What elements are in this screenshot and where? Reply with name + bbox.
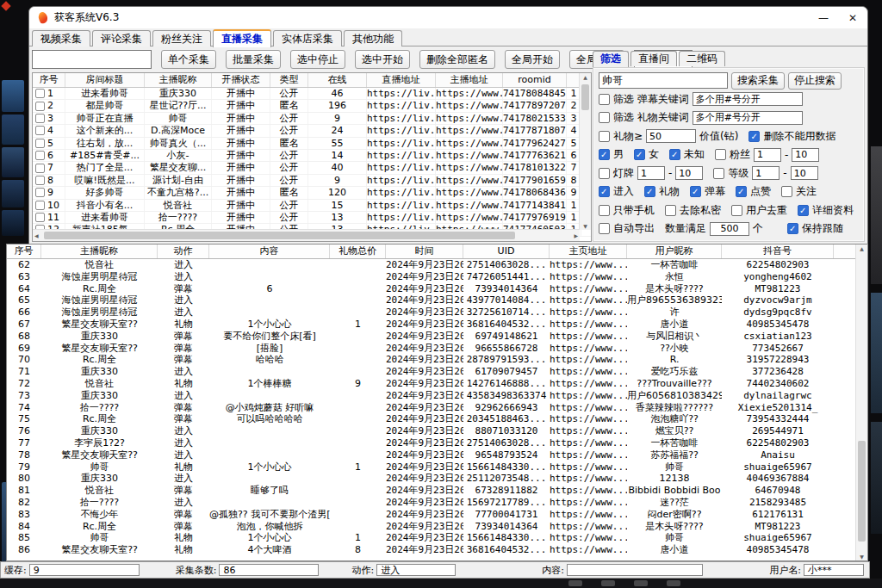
table-row[interactable]: 62悦音社进入2024年9月23日20...27514063028...http… <box>7 259 856 271</box>
table-row[interactable]: 82拾一????进入2024年9月23日20...15697217789...h… <box>7 497 856 509</box>
scroll-down-icon[interactable]: ▼ <box>856 554 867 560</box>
collect-url-input[interactable] <box>32 50 152 69</box>
search-keyword-input[interactable] <box>599 72 728 89</box>
table-row[interactable]: 85帅哥礼物1个小心心12024年9月23日20...15661484330..… <box>7 532 856 544</box>
tab-video-collect[interactable]: 视频采集 <box>32 30 90 46</box>
table-row[interactable]: 10抖音小有名...悦音社开播中公开15https://liv...https:… <box>33 200 591 212</box>
table-row[interactable]: 68重庆330弹幕要不给你们整个床[看]2024年9月23日20...69749… <box>7 331 856 343</box>
table-row[interactable]: 76重庆330进入2024年9月23日20...88071033120https… <box>7 425 856 437</box>
table-row[interactable]: 7热门了全是...繁星交友聊...开播中公开40https://liv...ht… <box>33 162 591 174</box>
table-row[interactable]: 64Rc.周全弹幕62024年9月23日20...73934014364http… <box>7 283 856 295</box>
stop-search-button[interactable]: 停止搜索 <box>788 72 842 90</box>
table-row[interactable]: 9好多帅哥不童九宫格?...开播中匿名120https://liv...http… <box>33 187 591 199</box>
table-row[interactable]: 81悦音社弹幕睡够了吗2024年9月23日20...67328911882htt… <box>7 485 856 497</box>
row-checkbox[interactable] <box>35 126 45 135</box>
table-row[interactable]: 75Rc.周全弹幕可以吗哈哈哈哈2024年9月23日20...203451884… <box>7 413 856 425</box>
quantity-input[interactable] <box>710 222 749 236</box>
tab-fans-follow[interactable]: 粉丝关注 <box>152 30 211 46</box>
row-checkbox[interactable] <box>35 139 45 148</box>
table-row[interactable]: 83不悔少年弹幕@孤独?? 我可不要那个渣男[...2024年9月23日20..… <box>7 509 856 521</box>
remove-private-checkbox[interactable] <box>665 205 676 216</box>
auto-export-checkbox[interactable] <box>599 223 610 234</box>
table-row[interactable]: 71重庆330进入2024年9月23日20...61709079457https… <box>7 366 856 378</box>
single-collect-button[interactable]: 单个采集 <box>161 50 216 69</box>
table-row[interactable]: 8哎嘛!既然是...源计划-自由开播中公开9https://liv...http… <box>33 175 591 187</box>
event-table-vertical-scrollbar[interactable]: ▲ ▼ <box>855 244 867 560</box>
gift-min-input[interactable] <box>646 129 696 143</box>
minimize-button[interactable]: — <box>809 12 838 24</box>
table-row[interactable]: 77李宇辰1?2?进入2024年9月23日20...27514063028...… <box>7 437 856 449</box>
row-checkbox[interactable] <box>35 89 45 98</box>
level-from-input[interactable] <box>752 166 780 180</box>
taskbar-app-icon[interactable] <box>601 580 615 586</box>
tab-other-functions[interactable]: 其他功能 <box>344 30 402 46</box>
live-table-horizontal-scrollbar[interactable]: ◀ ▶ <box>33 229 580 241</box>
danmu-keyword-input[interactable] <box>693 92 803 106</box>
table-row[interactable]: 66海蚀崖男明星待冠进入2024年9月23日20...32725610714..… <box>7 306 856 319</box>
fans-to-input[interactable] <box>792 148 819 162</box>
row-checkbox[interactable] <box>35 164 45 173</box>
level-to-input[interactable] <box>791 166 818 180</box>
remove-unusable-checkbox[interactable] <box>748 131 760 142</box>
gender-male-checkbox[interactable] <box>599 149 610 160</box>
selected-start-button[interactable]: 选中开始 <box>355 50 410 69</box>
taskbar-app-icon[interactable] <box>634 580 648 586</box>
action-follow-checkbox[interactable] <box>781 186 792 197</box>
table-row[interactable]: 63海蚀崖男明星待冠进入2024年9月23日20...74726051441..… <box>7 271 856 283</box>
table-row[interactable]: 65海蚀崖男明星待冠进入2024年9月23日20...43977014084..… <box>7 294 856 306</box>
filter-tab-live-room[interactable]: 直播间 <box>630 51 677 66</box>
row-checkbox[interactable] <box>35 102 45 111</box>
table-row[interactable]: 2都是帅哥星世记??厅...开播中匿名196https://liv...http… <box>33 100 591 112</box>
search-collect-button[interactable]: 搜索采集 <box>731 72 785 90</box>
table-row[interactable]: 84Rc.周全弹幕泡泡，你喊他拆2024年9月23日20...739340143… <box>7 521 856 533</box>
keep-follow-checkbox[interactable] <box>787 223 798 234</box>
filter-tab-qrcode[interactable]: 二维码 <box>679 51 725 66</box>
row-checkbox[interactable] <box>35 176 45 185</box>
phone-only-checkbox[interactable] <box>599 205 610 216</box>
live-table-vertical-scrollbar[interactable]: ▲ ▼ <box>579 73 591 230</box>
gender-unknown-checkbox[interactable] <box>669 149 680 160</box>
gift-keyword-input[interactable] <box>693 111 803 125</box>
selected-stop-button[interactable]: 选中停止 <box>290 50 345 69</box>
taskbar-app-icon[interactable] <box>568 580 582 586</box>
row-checkbox[interactable] <box>35 213 45 222</box>
action-enter-checkbox[interactable] <box>599 186 610 197</box>
row-checkbox[interactable] <box>35 114 45 123</box>
scroll-right-icon[interactable]: ▶ <box>574 230 578 241</box>
scroll-up-icon[interactable]: ▲ <box>580 74 591 80</box>
batch-collect-button[interactable]: 批量采集 <box>226 50 281 69</box>
tab-live-collect[interactable]: 直播采集 <box>213 29 271 47</box>
gift-keyword-checkbox[interactable] <box>599 112 610 123</box>
gender-female-checkbox[interactable] <box>634 149 645 160</box>
table-row[interactable]: 4这个新来的...D.高深Moce开播中公开24https://liv...ht… <box>33 125 591 137</box>
scrollbar-thumb[interactable] <box>858 441 866 542</box>
gift-min-checkbox[interactable] <box>599 131 610 142</box>
action-like-checkbox[interactable] <box>736 186 747 197</box>
table-row[interactable]: 74拾一????弹幕@小鸡炖蘑菇 好听嘛2024年9月23日20...92962… <box>7 402 856 414</box>
scroll-left-icon[interactable]: ◀ <box>34 230 39 241</box>
danmu-keyword-checkbox[interactable] <box>599 94 610 105</box>
badge-from-input[interactable] <box>637 166 665 180</box>
table-row[interactable]: 3帅哥正在直播帅哥开播中公开9https://liv...https://www… <box>33 113 591 125</box>
tab-store-collect[interactable]: 实体店采集 <box>273 30 342 46</box>
table-row[interactable]: 73重庆330进入2024年9月23日20...43583498363374ht… <box>7 390 856 402</box>
action-gift-checkbox[interactable] <box>644 186 655 197</box>
table-row[interactable]: 11进来看帅哥拾一????开播中公开13https://liv...https:… <box>33 212 591 224</box>
delete-all-anonymous-button[interactable]: 删除全部匿名 <box>419 50 495 69</box>
table-row[interactable]: 72悦音社礼物1个棒棒糖92024年9月23日20...14276146888.… <box>7 378 856 390</box>
row-checkbox[interactable] <box>35 201 45 210</box>
fans-checkbox[interactable] <box>715 149 726 160</box>
table-row[interactable]: 6#185#青受#...小灰-开播中公开14https://liv...http… <box>33 150 591 162</box>
row-checkbox[interactable] <box>35 188 45 197</box>
taskbar-app-icon[interactable] <box>667 580 680 586</box>
close-button[interactable]: ✕ <box>838 12 867 24</box>
row-checkbox[interactable] <box>35 151 45 160</box>
table-row[interactable]: 67繁星交友聊天室??礼物1个小心心12024年9月23日20...368164… <box>7 319 856 331</box>
scroll-up-icon[interactable]: ▲ <box>856 245 867 251</box>
badge-checkbox[interactable] <box>599 168 610 179</box>
badge-to-input[interactable] <box>675 166 703 180</box>
table-row[interactable]: 5往右划，放...帅哥真火（...开播中匿名55https://liv...ht… <box>33 138 591 150</box>
fans-from-input[interactable] <box>754 148 781 162</box>
scroll-down-icon[interactable]: ▼ <box>580 223 591 229</box>
level-checkbox[interactable] <box>713 168 724 179</box>
